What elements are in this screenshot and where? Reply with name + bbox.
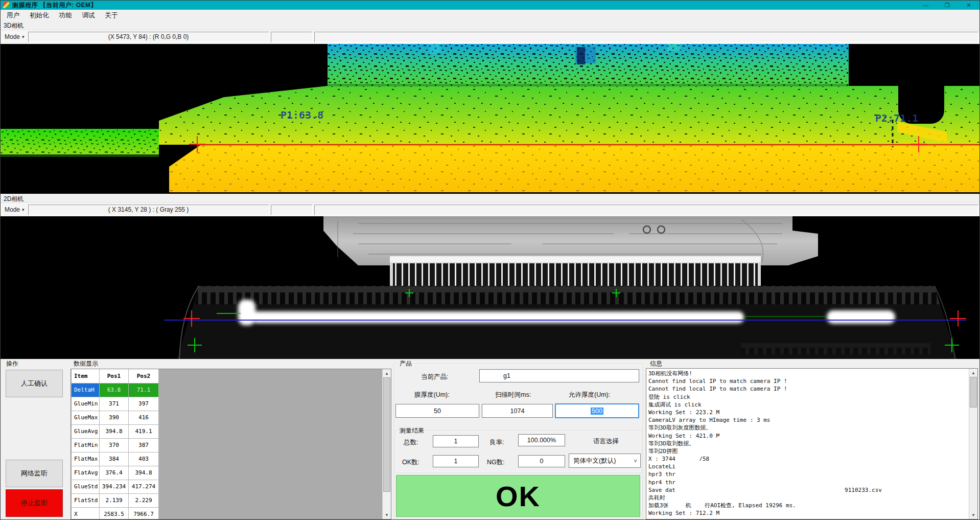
table-cell-value: 394.8 (129, 466, 159, 480)
toolbar-segment (314, 205, 978, 215)
log-line: 登陆 is click (648, 393, 967, 401)
product-panel-label: 产品 (398, 359, 413, 368)
table-cell-value: 390 (100, 411, 129, 425)
scan-time-input[interactable]: 1074 (482, 404, 553, 418)
log-line: 3D相机没有网络! (648, 370, 967, 377)
table-cell-item: GlueMax (72, 411, 100, 425)
redaction-blob (690, 461, 752, 472)
camera2d-view[interactable] (1, 216, 980, 359)
info-log[interactable]: 3D相机没有网络!Cannot find local IP to match c… (646, 368, 978, 519)
total-label: 总数: (404, 438, 418, 447)
table-cell-value: 7966.7 (129, 508, 159, 519)
redaction-blob (732, 449, 957, 463)
mode-label: Mode (5, 33, 20, 40)
film-thickness-input[interactable]: 50 (395, 404, 479, 418)
table-row[interactable]: GlueAvg394.8419.1 (72, 425, 159, 439)
table-cell-value: 2.229 (129, 494, 159, 508)
table-scrollbar[interactable]: ▲ ▼ (382, 369, 391, 519)
ng-count-input[interactable]: 0 (518, 455, 565, 467)
scroll-up-icon[interactable]: ▲ (383, 369, 391, 377)
table-cell-value: 416 (129, 411, 159, 425)
log-line: hpr4 thr (648, 479, 967, 486)
table-cell-value: 63.8 (100, 383, 129, 397)
table-row[interactable]: GlueMax390416 (72, 411, 159, 425)
log-line: Working Set : 223.2 M (648, 409, 967, 416)
menu-item-2[interactable]: 初始化 (25, 10, 54, 21)
mode-button-2d[interactable]: Mode ▾ (1, 205, 28, 214)
table-row[interactable]: FlatAvg376.4394.8 (72, 466, 159, 480)
table-row[interactable]: GlueMin371397 (72, 397, 159, 411)
table-cell-item: X (72, 508, 100, 519)
pixel-status-3d: (X 5473, Y 84) : (R 0,G 0,B 0) (28, 32, 269, 42)
network-listen-button[interactable]: 网络监听 (6, 460, 63, 487)
window-title: 测膜程序 【当前用户: OEM】 (12, 1, 97, 10)
film-thickness-label: 膜厚度(Um): (414, 391, 450, 399)
table-cell-value: 419.1 (129, 425, 159, 439)
total-count-input[interactable]: 1 (433, 435, 479, 447)
table-cell-value: 371 (100, 397, 129, 411)
toolbar-segment (314, 32, 978, 42)
scroll-down-icon[interactable]: ▼ (969, 511, 977, 519)
log-scrollbar[interactable]: ▲ ▼ (969, 369, 977, 519)
app-window: 测膜程序 【当前用户: OEM】 — ❐ ✕ 用户初始化功能调试关于 3D相机 … (0, 0, 980, 520)
log-line: Cannot find local IP to match camera IP … (648, 377, 967, 385)
data-panel-label: 数据显示 (72, 359, 100, 368)
table-cell-value: 2.139 (100, 494, 129, 508)
table-cell-item: FlatAvg (72, 466, 100, 480)
toolbar-segment (271, 205, 313, 215)
scan-time-label: 扫描时间ms: (495, 391, 531, 399)
table-row[interactable]: FlatStd2.1392.229 (72, 494, 159, 508)
pixel-status-2d: ( X 3145, Y 28 ) : ( Gray 255 ) (28, 205, 269, 215)
stop-listen-button[interactable]: 停止监听 (6, 489, 63, 517)
scroll-up-icon[interactable]: ▲ (969, 369, 977, 377)
allowed-thickness-input[interactable]: 500 (555, 403, 639, 418)
yield-label: 良率: (489, 438, 504, 447)
window-controls: — ❐ ✕ (915, 1, 979, 10)
table-row[interactable]: GlueStd394.234417.274 (72, 480, 159, 494)
language-label: 语言选择 (593, 437, 619, 446)
table-cell-value: 387 (129, 439, 159, 453)
table-cell-value: 2583.5 (100, 508, 129, 519)
connector-pins (393, 263, 758, 288)
ok-count-input[interactable]: 1 (433, 455, 479, 467)
info-panel-label: 信息 (648, 359, 664, 368)
table-header-pos2: Pos2 (129, 369, 159, 383)
data-table-container: ItemPos1Pos2 DeltaH63.871.1GlueMin371397… (71, 369, 391, 519)
table-header-pos1: Pos1 (100, 369, 129, 383)
table-row[interactable]: FlatMax384403 (72, 453, 159, 466)
close-button[interactable]: ✕ (958, 1, 979, 10)
table-cell-item: DeltaH (72, 383, 100, 397)
log-line: Working Set : 712.2 M (648, 509, 967, 517)
toolbar-segment (271, 32, 313, 42)
title-bar: 测膜程序 【当前用户: OEM】 — ❐ ✕ (1, 1, 979, 10)
camera2d-toolbar: Mode ▾ ( X 3145, Y 28 ) : ( Gray 255 ) (1, 202, 979, 216)
menu-item-4[interactable]: 调试 (77, 10, 100, 21)
log-line: Cannot find local IP to match camera IP … (648, 385, 967, 393)
scroll-down-icon[interactable]: ▼ (383, 511, 391, 519)
menu-item-5[interactable]: 关于 (100, 10, 123, 21)
table-row[interactable]: FlatMin370387 (72, 439, 159, 453)
table-cell-item: FlatMin (72, 439, 100, 453)
yield-input[interactable]: 100.000% (518, 434, 565, 446)
camera3d-view[interactable]: P1:63.8 P2:71.1 (1, 44, 980, 194)
restore-button[interactable]: ❐ (937, 1, 958, 10)
mode-button-3d[interactable]: Mode ▾ (1, 32, 28, 41)
language-select[interactable]: 简体中文(默认) ˅ (569, 454, 641, 468)
minimize-button[interactable]: — (915, 1, 937, 10)
table-row[interactable]: X2583.57966.7 (72, 508, 159, 519)
log-line: 集成调试 is click (648, 401, 967, 409)
operation-panel-label: 操作 (5, 359, 20, 368)
chevron-down-icon: ˅ (634, 458, 640, 464)
log-line: CameraLV array to HImage time : 3 ms (648, 416, 967, 424)
scrollbar-thumb[interactable] (970, 377, 977, 408)
table-cell-value: 394.234 (100, 480, 129, 494)
chevron-down-icon: ▾ (22, 207, 25, 212)
menu-item-3[interactable]: 功能 (54, 10, 77, 21)
scrollbar-thumb[interactable] (383, 377, 390, 492)
manual-confirm-button[interactable]: 人工确认 (6, 370, 63, 397)
camera3d-toolbar: Mode ▾ (X 5473, Y 84) : (R 0,G 0,B 0) (1, 30, 979, 43)
marker-p2-label: P2:71.1 (875, 112, 918, 124)
current-product-input[interactable]: g1 (479, 369, 639, 382)
menu-item-1[interactable]: 用户 (2, 10, 25, 21)
table-row[interactable]: DeltaH63.871.1 (72, 383, 159, 397)
